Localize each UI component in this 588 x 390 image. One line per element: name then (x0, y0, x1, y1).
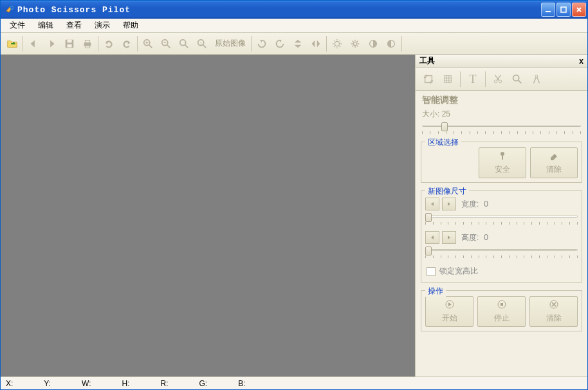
width-slider[interactable] (425, 213, 578, 225)
svg-point-23 (535, 75, 538, 77)
tools-panel-close[interactable]: x (579, 57, 583, 66)
status-y: Y: (44, 379, 51, 388)
scissors-tool-icon[interactable] (489, 70, 507, 88)
zoom-fit-button[interactable]: 1 (193, 35, 211, 53)
contrast-button[interactable] (364, 35, 382, 53)
menu-demo[interactable]: 演示 (89, 19, 115, 32)
lock-aspect-row[interactable]: 锁定宽高比 (425, 262, 578, 278)
svg-point-24 (501, 152, 504, 156)
window-title: Photo Scissors Pilot (17, 5, 541, 15)
actions-group: 操作 开始 停止 清除 (421, 290, 582, 331)
open-button[interactable] (3, 35, 21, 53)
crop-tool-icon[interactable] (419, 70, 437, 88)
maximize-button[interactable] (556, 3, 571, 17)
size-label: 大小: (422, 109, 439, 118)
undo-button[interactable] (100, 35, 118, 53)
minimize-button[interactable] (541, 3, 555, 17)
menu-edit[interactable]: 编辑 (33, 19, 59, 32)
svg-point-20 (494, 80, 497, 83)
toolbar-sep (326, 36, 327, 51)
svg-text:T: T (470, 73, 477, 86)
svg-rect-27 (501, 303, 503, 306)
play-icon (445, 299, 455, 311)
toolbar-sep (137, 36, 138, 51)
forward-button[interactable] (42, 35, 60, 53)
menu-view[interactable]: 查看 (61, 19, 87, 32)
region-select-legend: 区域选择 (425, 137, 461, 148)
tools-sep (460, 71, 461, 87)
redo-button[interactable] (118, 35, 136, 53)
size-slider[interactable] (422, 122, 581, 134)
gear-button[interactable] (346, 35, 364, 53)
original-image-label[interactable]: 原始图像 (211, 38, 250, 49)
clear-label: 清除 (546, 164, 562, 175)
canvas[interactable] (1, 55, 415, 376)
clear-action-button[interactable]: 清除 (529, 296, 578, 327)
height-slider[interactable] (425, 246, 578, 258)
size-value: 25 (442, 109, 450, 118)
rotate-cw-button[interactable] (253, 35, 271, 53)
close-button[interactable] (572, 3, 586, 17)
status-x: X: (6, 379, 13, 388)
svg-point-11 (180, 39, 186, 45)
x-icon (549, 299, 559, 311)
svg-rect-1 (546, 11, 551, 12)
new-size-legend: 新图像尺寸 (425, 186, 469, 197)
app-window: Photo Scissors Pilot 文件 编辑 查看 演示 帮助 1 原始… (0, 0, 588, 390)
height-dec-button[interactable] (425, 231, 439, 244)
content-area: 工具 x T 智能调整 大小: 25 (1, 55, 587, 376)
new-size-group: 新图像尺寸 宽度: 0 高度: 0 (421, 190, 582, 283)
magnify-tool-icon[interactable] (508, 70, 526, 88)
clear-action-label: 清除 (546, 313, 562, 324)
safe-label: 安全 (495, 164, 510, 175)
width-label: 宽度: (461, 199, 479, 210)
window-buttons (541, 3, 586, 17)
compass-tool-icon[interactable] (528, 70, 546, 88)
clear-region-button[interactable]: 清除 (530, 147, 578, 178)
size-param: 大小: 25 (416, 107, 587, 121)
svg-rect-18 (425, 75, 432, 82)
brightness-button[interactable] (328, 35, 346, 53)
menubar: 文件 编辑 查看 演示 帮助 (1, 19, 587, 33)
menu-file[interactable]: 文件 (5, 19, 30, 32)
back-button[interactable] (24, 35, 42, 53)
svg-rect-4 (67, 39, 71, 42)
zoom-button[interactable] (175, 35, 193, 53)
stop-button[interactable]: 停止 (477, 296, 526, 327)
width-inc-button[interactable] (442, 198, 456, 210)
status-b: B: (238, 379, 245, 388)
flip-v-button[interactable] (289, 35, 307, 53)
flip-h-button[interactable] (307, 35, 325, 53)
height-inc-button[interactable] (442, 231, 456, 244)
svg-text:1: 1 (200, 41, 202, 44)
menu-help[interactable]: 帮助 (118, 19, 143, 32)
contrast2-button[interactable] (382, 35, 400, 53)
status-g: G: (199, 379, 207, 388)
lock-aspect-checkbox[interactable] (427, 267, 436, 276)
print-button[interactable] (78, 35, 96, 53)
titlebar[interactable]: Photo Scissors Pilot (1, 1, 587, 19)
svg-point-21 (499, 80, 502, 83)
stop-icon (497, 299, 507, 311)
svg-point-15 (353, 42, 356, 45)
svg-rect-2 (561, 7, 566, 12)
status-r: R: (160, 379, 168, 388)
zoom-in-button[interactable] (139, 35, 157, 53)
zoom-out-button[interactable] (157, 35, 175, 53)
width-dec-button[interactable] (425, 198, 439, 210)
text-tool-icon[interactable]: T (464, 70, 482, 88)
svg-rect-5 (67, 44, 71, 47)
stop-label: 停止 (494, 313, 510, 324)
start-button[interactable]: 开始 (425, 296, 473, 327)
height-label: 高度: (461, 232, 479, 243)
svg-rect-7 (85, 40, 89, 42)
tools-panel-title: 工具 (419, 55, 435, 66)
smart-adjust-title: 智能调整 (416, 91, 587, 107)
save-button[interactable] (60, 35, 78, 53)
start-label: 开始 (442, 313, 457, 324)
grid-tool-icon[interactable] (439, 70, 457, 88)
svg-point-22 (513, 75, 519, 80)
rotate-ccw-button[interactable] (271, 35, 289, 53)
toolbar: 1 原始图像 (1, 33, 587, 55)
safe-button[interactable]: 安全 (479, 147, 526, 178)
